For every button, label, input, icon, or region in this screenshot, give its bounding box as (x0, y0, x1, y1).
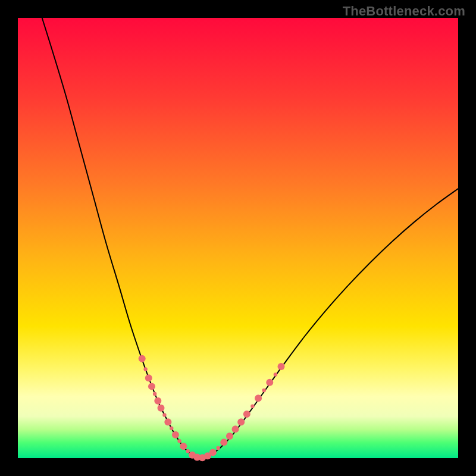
marker-dot (143, 367, 147, 371)
marker-dot (226, 433, 233, 440)
marker-dot (177, 439, 181, 443)
marker-dot (220, 439, 227, 446)
marker-dot (148, 383, 155, 390)
heatmap-background (18, 18, 458, 458)
marker-dot (145, 374, 152, 381)
marker-dot (180, 443, 187, 450)
marker-dot (237, 418, 245, 425)
chart-frame: TheBottleneck.com (0, 0, 476, 476)
marker-dot (209, 449, 217, 456)
marker-dot (139, 355, 146, 362)
marker-dot (153, 392, 156, 396)
marker-dot (154, 397, 161, 405)
watermark-label: TheBottleneck.com (343, 4, 465, 19)
marker-dot (232, 425, 239, 433)
marker-dot (250, 404, 254, 408)
marker-dot (170, 426, 173, 430)
marker-dot (172, 431, 179, 439)
marker-dot (186, 449, 189, 453)
bottleneck-chart (0, 0, 476, 476)
marker-dot (278, 363, 285, 370)
marker-dot (162, 413, 166, 416)
marker-dot (262, 389, 265, 392)
marker-dot (255, 394, 262, 402)
marker-dot (158, 405, 165, 412)
marker-dot (243, 411, 250, 418)
marker-dot (266, 379, 273, 386)
marker-dot (217, 446, 220, 450)
marker-dot (164, 418, 171, 425)
marker-dot (274, 372, 277, 376)
